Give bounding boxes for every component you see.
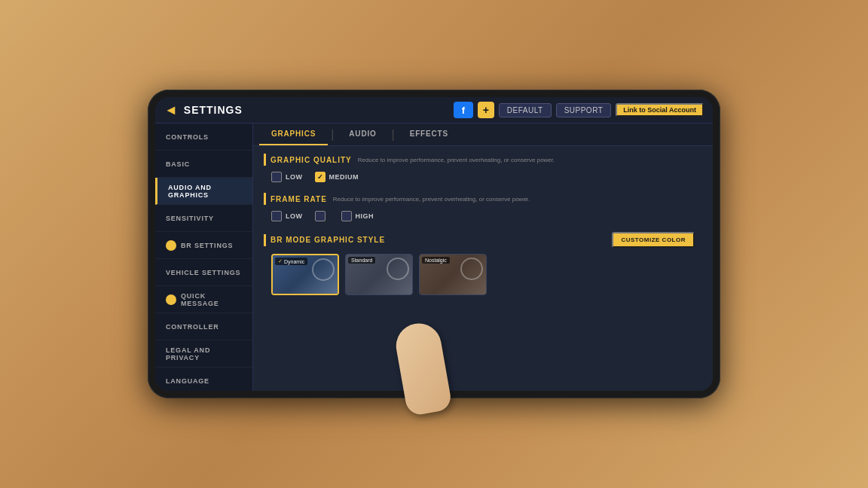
br-mode-header: BR MODE GRAPHIC STYLE: [264, 234, 391, 246]
sidebar-item-language[interactable]: LANGUAGE: [155, 368, 252, 391]
standard-label: Standard: [348, 257, 375, 264]
graphic-quality-bar: [264, 154, 266, 166]
gq-low-checkbox[interactable]: [271, 172, 282, 182]
sidebar-label-vehicle-settings: VEHICLE SETTINGS: [166, 269, 240, 276]
sidebar-item-sensitivity[interactable]: SENSITIVITY: [155, 205, 252, 232]
sidebar-label-language: LANGUAGE: [166, 377, 209, 385]
sidebar-item-vehicle-settings[interactable]: VEHICLE SETTINGS: [155, 259, 252, 286]
sidebar-label-br-settings: BR SETTINGS: [181, 242, 233, 249]
plus-button[interactable]: +: [478, 102, 494, 118]
style-dynamic[interactable]: ✓ Dynamic: [271, 254, 339, 295]
fr-low-option[interactable]: LOW: [271, 211, 303, 221]
phone-container: ◄ SETTINGS f + DEFAULT SUPPORT Link to S…: [148, 90, 720, 398]
sidebar-label-basic: BASIC: [166, 160, 190, 168]
settings-title: SETTINGS: [184, 104, 243, 116]
frame-rate-desc: Reduce to improve performance, prevent o…: [333, 196, 530, 203]
graphic-quality-title: GRAPHIC QUALITY: [270, 156, 352, 164]
sidebar-item-quick-message[interactable]: QUICK MESSAGE: [155, 286, 252, 313]
customize-color-button[interactable]: CUSTOMIZE COLOR: [612, 232, 695, 248]
main-panel: GRAPHICS | AUDIO | EFFECTS GRAPHIC QUALI…: [253, 124, 713, 391]
fr-high-option[interactable]: HIGH: [341, 211, 374, 221]
dynamic-label-text: Dynamic: [284, 259, 304, 264]
dynamic-label: ✓ Dynamic: [275, 258, 307, 265]
frame-rate-title: FRAME RATE: [270, 195, 327, 203]
dynamic-check-icon: ✓: [278, 258, 283, 264]
gq-medium-option[interactable]: MEDIUM: [315, 172, 359, 182]
tab-divider-1: |: [328, 128, 337, 142]
style-standard[interactable]: Standard: [345, 254, 413, 295]
sidebar-item-audio-graphics[interactable]: AUDIO AND GRAPHICS: [155, 178, 252, 205]
sidebar-label-quick-message: QUICK MESSAGE: [181, 292, 242, 307]
sidebar-item-br-settings[interactable]: BR SETTINGS: [155, 232, 252, 259]
tab-graphics[interactable]: GRAPHICS: [259, 124, 328, 145]
gq-low-option[interactable]: LOW: [271, 172, 303, 182]
fr-medium-option[interactable]: [315, 211, 329, 221]
gq-medium-label: MEDIUM: [329, 173, 359, 181]
tab-effects[interactable]: EFFECTS: [398, 124, 460, 145]
style-options: ✓ Dynamic Standard: [264, 254, 702, 295]
fr-low-checkbox[interactable]: [271, 211, 282, 221]
nostalgic-ferris-wheel: [460, 258, 483, 280]
link-social-button[interactable]: Link to Social Account: [616, 103, 704, 117]
settings-title-area: ◄ SETTINGS: [164, 102, 243, 118]
gq-medium-checkbox[interactable]: [315, 172, 326, 182]
frame-rate-header: FRAME RATE Reduce to improve performance…: [264, 193, 702, 205]
sidebar-item-controls[interactable]: CONTROLS: [155, 124, 252, 151]
default-button[interactable]: DEFAULT: [499, 103, 552, 117]
sidebar-label-audio-graphics: AUDIO AND GRAPHICS: [168, 184, 242, 199]
fr-high-checkbox[interactable]: [341, 211, 352, 221]
frame-rate-bar: [264, 193, 266, 205]
style-nostalgic[interactable]: Nostalgic: [419, 254, 487, 295]
dynamic-ferris-wheel: [312, 258, 335, 281]
frame-rate-options: LOW HIGH: [264, 211, 702, 221]
tab-divider-2: |: [389, 128, 398, 142]
header-right: f + DEFAULT SUPPORT Link to Social Accou…: [454, 102, 704, 118]
sidebar-label-legal-privacy: LEGAL AND PRIVACY: [166, 346, 242, 361]
sidebar-label-sensitivity: SENSITIVITY: [166, 215, 214, 222]
facebook-button[interactable]: f: [454, 102, 473, 118]
graphic-quality-header: GRAPHIC QUALITY Reduce to improve perfor…: [264, 154, 702, 166]
fr-low-label: LOW: [286, 212, 303, 220]
sidebar: CONTROLS BASIC AUDIO AND GRAPHICS SENSIT…: [155, 124, 253, 391]
br-mode-title: BR MODE GRAPHIC STYLE: [270, 236, 385, 244]
back-icon[interactable]: ◄: [164, 102, 178, 118]
sidebar-item-controller[interactable]: CONTROLLER: [155, 313, 252, 340]
standard-ferris-wheel: [387, 258, 409, 280]
br-mode-bar: [264, 234, 266, 246]
nostalgic-label-text: Nostalgic: [425, 258, 447, 263]
sidebar-label-controls: CONTROLS: [166, 133, 209, 141]
br-settings-icon: [166, 240, 176, 251]
br-mode-section: BR MODE GRAPHIC STYLE CUSTOMIZE COLOR: [264, 232, 702, 295]
content-area: GRAPHIC QUALITY Reduce to improve perfor…: [253, 146, 713, 391]
br-mode-header-row: BR MODE GRAPHIC STYLE CUSTOMIZE COLOR: [264, 232, 702, 248]
sidebar-label-controller: CONTROLLER: [166, 323, 219, 331]
settings-header: ◄ SETTINGS f + DEFAULT SUPPORT Link to S…: [155, 97, 713, 124]
fr-medium-checkbox[interactable]: [315, 211, 326, 221]
support-button[interactable]: SUPPORT: [556, 103, 612, 117]
sidebar-item-basic[interactable]: BASIC: [155, 151, 252, 178]
sidebar-item-legal-privacy[interactable]: LEGAL AND PRIVACY: [155, 340, 252, 368]
graphic-quality-options: LOW MEDIUM: [264, 172, 702, 182]
graphic-quality-section: GRAPHIC QUALITY Reduce to improve perfor…: [264, 154, 702, 182]
graphic-quality-desc: Reduce to improve performance, prevent o…: [358, 157, 555, 163]
frame-rate-section: FRAME RATE Reduce to improve performance…: [264, 193, 702, 221]
gq-low-label: LOW: [286, 173, 303, 181]
tab-audio[interactable]: AUDIO: [337, 124, 388, 145]
nostalgic-label: Nostalgic: [422, 257, 450, 264]
quick-message-icon: [166, 294, 176, 305]
standard-label-text: Standard: [351, 258, 372, 263]
fr-high-label: HIGH: [356, 212, 374, 220]
tabs-bar: GRAPHICS | AUDIO | EFFECTS: [253, 124, 713, 146]
